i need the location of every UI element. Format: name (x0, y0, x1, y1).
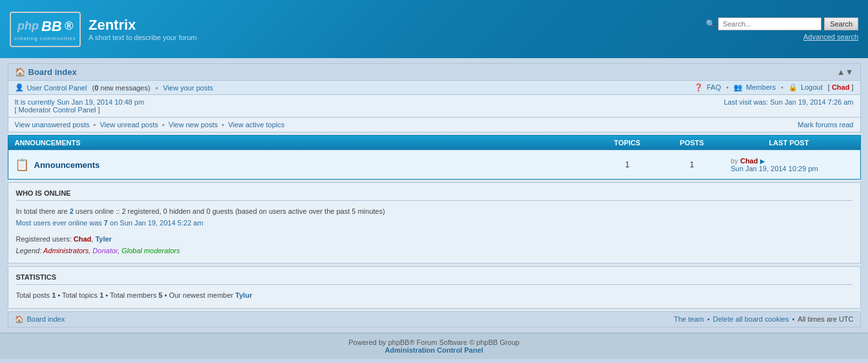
total-members-label: Total members (110, 291, 156, 299)
phpbb-logo: php BB ® creating communities (10, 12, 81, 47)
board-index-title[interactable]: Board index (28, 67, 77, 77)
footer-bar: 🏠 Board index The team • Delete all boar… (8, 311, 861, 327)
forum-row: 📋 Announcements 1 1 by Chad ▶ Sun Jan 19… (8, 150, 860, 179)
registered-users-line: Registered users: Chad, Tyler (16, 234, 852, 245)
col-posts: POSTS (660, 139, 725, 147)
view-unread-link[interactable]: View unread posts (100, 121, 158, 129)
statistics-section: STATISTICS Total posts 1 • Total topics … (8, 266, 861, 309)
logo-php: php (17, 19, 39, 33)
search-input[interactable] (718, 17, 821, 30)
view-new-posts-link[interactable]: View new posts (169, 121, 218, 129)
last-visit-text: Last visit was: Sun Jan 19, 2014 7:26 am (724, 98, 854, 106)
username-display: Chad (832, 83, 850, 91)
page-footer: Powered by phpBB® Forum Software © phpBB… (0, 333, 868, 359)
info-bar: It is currently Sun Jan 19, 2014 10:48 p… (8, 95, 861, 118)
header-right: 🔍 Search Advanced search (706, 17, 858, 41)
new-messages-count: 0 (94, 84, 98, 92)
total-topics-count: 1 (100, 291, 103, 299)
logout-link[interactable]: Logout (801, 83, 823, 92)
members-link[interactable]: Members (746, 83, 776, 92)
lastpost-datetime: Sun Jan 19, 2014 10:29 pm (731, 165, 818, 172)
sep2: • (726, 83, 728, 92)
ucp-icon: 👤 (15, 83, 24, 92)
forum-name-cell: 📋 Announcements (15, 158, 595, 172)
sep3: • (781, 83, 783, 92)
newest-member-label: Our newest member (169, 291, 233, 299)
board-index-bar: 🏠 Board index ▲▼ (8, 63, 861, 81)
view-posts-link[interactable]: View your posts (163, 84, 213, 92)
total-topics-label: Total topics (62, 291, 98, 299)
user-bar: 👤 User Control Panel (0 new messages) • … (8, 81, 861, 95)
view-unanswered-link[interactable]: View unanswered posts (15, 121, 90, 129)
forum-posts-count: 1 (660, 160, 725, 169)
online-max-line: Most users ever online was 7 on Sun Jan … (16, 218, 852, 229)
admin-cp-link[interactable]: Administration Control Panel (5, 346, 863, 354)
legend-mod: Global moderators (122, 247, 180, 254)
search-bar: 🔍 Search (706, 17, 858, 30)
the-team-link[interactable]: The team (674, 315, 704, 323)
site-title-block: Zentrix A short text to describe your fo… (89, 17, 197, 41)
footer-links: The team • Delete all board cookies • Al… (674, 315, 854, 323)
legend-donator: Donator (92, 247, 118, 254)
total-posts-label: Total posts (16, 291, 50, 299)
current-time: It is currently Sun Jan 19, 2014 10:48 p… (15, 98, 145, 114)
forum-name-link[interactable]: Announcements (34, 160, 100, 170)
lastpost-view-icon: ▶ (760, 158, 765, 165)
statistics-title: STATISTICS (16, 273, 852, 285)
faq-link[interactable]: FAQ (706, 83, 721, 92)
site-description: A short text to describe your forum (89, 34, 197, 41)
mark-forums-read-link[interactable]: Mark forums read (798, 121, 853, 129)
datetime-text: It is currently Sun Jan 19, 2014 10:48 p… (15, 98, 145, 106)
footer-house-icon: 🏠 (15, 315, 24, 324)
logo-circle: ® (65, 19, 73, 33)
newest-member-link[interactable]: Tylur (235, 291, 252, 299)
lastpost-author[interactable]: Chad (740, 157, 758, 165)
legend-line: Legend: Administrators, Donator, Global … (16, 245, 852, 257)
who-is-online-section: WHO IS ONLINE In total there are 2 users… (8, 182, 861, 264)
lastpost-by: by (731, 157, 739, 165)
col-lastpost: LAST POST (725, 139, 854, 147)
legend-admin: Administrators (43, 247, 89, 254)
max-online-count: 7 (104, 219, 108, 227)
resize-icons[interactable]: ▲▼ (837, 67, 854, 77)
online-total-line: In total there are 2 users online :: 2 r… (16, 206, 852, 218)
site-name: Zentrix (89, 17, 197, 34)
search-icon: 🔍 (706, 19, 715, 28)
search-button[interactable]: Search (824, 17, 858, 30)
nav-bar: View unanswered posts • View unread post… (8, 118, 861, 132)
powered-by-text: Powered by phpBB® Forum Software © phpBB… (348, 338, 519, 346)
who-is-online-title: WHO IS ONLINE (16, 189, 852, 201)
advanced-search-link[interactable]: Advanced search (803, 33, 858, 41)
sep5: • (162, 121, 167, 129)
logo-bb: BB (39, 17, 65, 36)
delete-cookies-link[interactable]: Delete all board cookies (713, 315, 789, 323)
statistics-line: Total posts 1 • Total topics 1 • Total m… (16, 290, 852, 302)
sep4: • (94, 121, 98, 129)
footer-board-index-link[interactable]: Board index (27, 315, 65, 323)
logo-tagline: creating communities (14, 36, 76, 41)
username-bracket: [ Chad ] (826, 83, 854, 92)
forum-section: ANNOUNCEMENTS TOPICS POSTS LAST POST 📋 A… (8, 135, 861, 180)
col-section: ANNOUNCEMENTS (15, 139, 595, 147)
view-active-topics-link[interactable]: View active topics (228, 121, 284, 129)
logout-icon: 🔒 (789, 83, 798, 92)
forum-section-header: ANNOUNCEMENTS TOPICS POSTS LAST POST (8, 136, 860, 150)
ucp-link[interactable]: User Control Panel (27, 84, 87, 92)
sep1: • (155, 84, 158, 92)
nav-links: View unanswered posts • View unread post… (15, 121, 285, 129)
forum-lastpost: by Chad ▶ Sun Jan 19, 2014 10:29 pm (725, 157, 854, 172)
timezone-text: All times are UTC (798, 315, 853, 323)
mod-cp-link[interactable]: [ Moderator Control Panel ] (15, 106, 100, 114)
members-icon: 👥 (734, 83, 743, 92)
total-posts-count: 1 (52, 291, 56, 299)
registered-user-chad[interactable]: Chad (74, 235, 92, 243)
faq-icon: ❓ (694, 83, 703, 92)
registered-user-tyler[interactable]: Tyler (95, 235, 111, 243)
total-members-count: 5 (158, 291, 162, 299)
forum-topics-count: 1 (595, 160, 660, 169)
new-messages-text: (0 new messages) (90, 84, 150, 92)
house-icon: 🏠 (15, 67, 25, 77)
footer-board-index: 🏠 Board index (15, 315, 65, 324)
sep6: • (222, 121, 226, 129)
col-topics: TOPICS (595, 139, 660, 147)
